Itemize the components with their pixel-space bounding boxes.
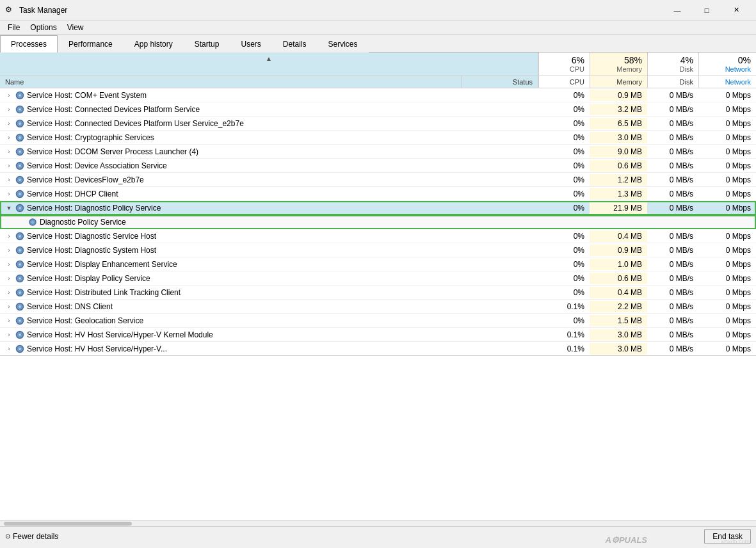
table-row[interactable]: ›Service Host: Connected Devices Platfor…: [0, 117, 756, 131]
table-row[interactable]: ›Service Host: Geolocation Service0%1.5 …: [0, 314, 756, 328]
disk-cell: 0 MB/s: [647, 90, 698, 101]
expand-icon[interactable]: ›: [5, 345, 13, 353]
table-row[interactable]: ›Service Host: Connected Devices Platfor…: [0, 102, 756, 117]
process-icon: [15, 330, 24, 339]
table-row[interactable]: ›Service Host: DNS Client0.1%2.2 MB0 MB/…: [0, 300, 756, 314]
status-cell: [462, 305, 538, 308]
menu-bar: File Options View: [0, 20, 756, 35]
cpu-cell: 0%: [538, 174, 590, 186]
expand-icon[interactable]: ›: [5, 331, 13, 339]
table-row[interactable]: ›Service Host: Distributed Link Tracking…: [0, 286, 756, 300]
expand-icon[interactable]: ›: [5, 232, 13, 240]
table-row[interactable]: ›Service Host: DevicesFlow_e2b7e0%1.2 MB…: [0, 173, 756, 187]
maximize-button[interactable]: □: [692, 0, 721, 20]
expand-icon[interactable]: [18, 218, 26, 226]
memory-cell: 6.5 MB: [590, 118, 647, 129]
table-row[interactable]: ›Service Host: DHCP Client0%1.3 MB0 MB/s…: [0, 187, 756, 201]
status-cell: [462, 179, 538, 181]
tab-details[interactable]: Details: [272, 35, 318, 52]
menu-view[interactable]: View: [62, 22, 89, 33]
tab-users[interactable]: Users: [230, 35, 271, 52]
expand-icon[interactable]: ›: [5, 92, 13, 99]
status-col-header[interactable]: Status: [462, 76, 538, 88]
cpu-cell: 0%: [538, 132, 590, 143]
network-cell: 0 Mbps: [698, 188, 756, 200]
tab-processes[interactable]: Processes: [0, 35, 58, 52]
status-cell: [462, 193, 538, 195]
network-header[interactable]: 0% Network: [698, 52, 756, 76]
expand-icon[interactable]: ›: [5, 176, 13, 184]
table-row[interactable]: ▼Service Host: Diagnostic Policy Service…: [0, 201, 756, 215]
disk-cell: 0 MB/s: [647, 118, 698, 129]
network-col-header[interactable]: Network: [698, 76, 756, 88]
expand-icon[interactable]: ›: [5, 275, 13, 282]
memory-col-header[interactable]: Memory: [590, 76, 647, 88]
disk-header[interactable]: 4% Disk: [647, 52, 698, 76]
tab-startup[interactable]: Startup: [184, 35, 230, 52]
expand-icon[interactable]: ▼: [5, 204, 13, 212]
tab-app-history[interactable]: App history: [124, 35, 184, 52]
table-row[interactable]: ›Service Host: COM+ Event System0%0.9 MB…: [0, 88, 756, 102]
status-cell: [462, 94, 538, 97]
process-icon: [15, 133, 24, 142]
expand-icon[interactable]: ›: [5, 303, 13, 310]
scrollbar-thumb[interactable]: [4, 522, 132, 526]
fewer-details-button[interactable]: ⊙ Fewer details: [5, 532, 58, 541]
minimize-button[interactable]: —: [663, 0, 692, 20]
table-row[interactable]: ›Service Host: HV Host Service/Hyper-V..…: [0, 342, 756, 356]
memory-cell: 3.0 MB: [590, 132, 647, 143]
process-table[interactable]: ›Service Host: COM+ Event System0%0.9 MB…: [0, 88, 756, 520]
expand-icon[interactable]: ›: [5, 106, 13, 113]
menu-options[interactable]: Options: [25, 22, 61, 33]
table-row[interactable]: ›Service Host: Cryptographic Services0%3…: [0, 131, 756, 145]
table-row[interactable]: ›Service Host: Diagnostic System Host0%0…: [0, 243, 756, 257]
disk-col-header[interactable]: Disk: [647, 76, 698, 88]
disk-cell: 0 MB/s: [647, 104, 698, 115]
cpu-col-header[interactable]: CPU: [538, 76, 590, 88]
menu-file[interactable]: File: [3, 22, 25, 33]
fewer-details-label: Fewer details: [13, 532, 58, 541]
expand-icon[interactable]: ›: [5, 190, 13, 198]
table-row[interactable]: ›Service Host: HV Host Service/Hyper-V K…: [0, 328, 756, 342]
table-row[interactable]: Diagnostic Policy Service: [0, 215, 756, 229]
expand-icon[interactable]: ›: [5, 289, 13, 296]
expand-icon[interactable]: ›: [5, 120, 13, 127]
close-button[interactable]: ✕: [721, 0, 751, 20]
cpu-header[interactable]: 6% CPU: [538, 52, 590, 76]
expand-icon[interactable]: ›: [5, 148, 13, 156]
disk-cell: 0 MB/s: [647, 259, 698, 270]
expand-icon[interactable]: ›: [5, 317, 13, 325]
name-col-header[interactable]: Name: [0, 76, 462, 88]
status-cell: [462, 150, 538, 153]
appuals-watermark: A⚙PUALS: [606, 535, 647, 545]
table-row[interactable]: ›Service Host: Display Enhancement Servi…: [0, 257, 756, 271]
cpu-cell: 0%: [538, 273, 590, 284]
tab-services[interactable]: Services: [318, 35, 369, 52]
memory-cell: 0.4 MB: [590, 287, 647, 298]
svg-rect-3: [19, 108, 21, 110]
process-icon: [15, 246, 24, 255]
main-content: ▲ 6% CPU 58% Memory 4% Disk 0% Network N…: [0, 52, 756, 526]
svg-rect-35: [19, 334, 21, 335]
network-cell: 0 Mbps: [698, 287, 756, 298]
memory-cell: 3.0 MB: [590, 329, 647, 341]
process-name: Service Host: Display Enhancement Servic…: [27, 260, 177, 269]
expand-icon[interactable]: ›: [5, 261, 13, 268]
disk-cell: 0 MB/s: [647, 174, 698, 186]
process-name: Service Host: DCOM Server Process Launch…: [27, 147, 198, 156]
table-row[interactable]: ›Service Host: Display Policy Service0%0…: [0, 271, 756, 286]
status-cell: [462, 165, 538, 167]
expand-icon[interactable]: ›: [5, 162, 13, 170]
expand-icon[interactable]: ›: [5, 134, 13, 141]
memory-header[interactable]: 58% Memory: [590, 52, 647, 76]
tab-performance[interactable]: Performance: [58, 35, 124, 52]
svg-rect-31: [19, 305, 21, 307]
table-row[interactable]: ›Service Host: DCOM Server Process Launc…: [0, 145, 756, 159]
process-name: Service Host: Distributed Link Tracking …: [27, 288, 181, 297]
table-row[interactable]: ›Service Host: Device Association Servic…: [0, 159, 756, 173]
collapse-chevron-icon[interactable]: ▲: [266, 55, 272, 62]
table-row[interactable]: ›Service Host: Diagnostic Service Host0%…: [0, 229, 756, 243]
expand-icon[interactable]: ›: [5, 246, 13, 254]
title-bar: ⚙ Task Manager — □ ✕: [0, 0, 756, 20]
horizontal-scrollbar[interactable]: [0, 520, 756, 526]
